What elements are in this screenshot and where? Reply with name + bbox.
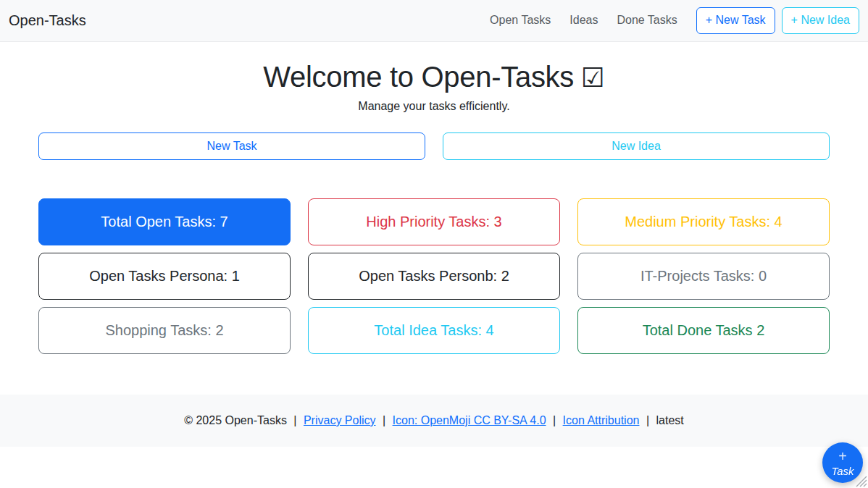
- stat-card-high-priority-tasks[interactable]: High Priority Tasks: 3: [308, 198, 560, 245]
- nav-link-done-tasks[interactable]: Done Tasks: [617, 14, 677, 27]
- page-title: Welcome to Open-Tasks☑: [0, 61, 868, 93]
- navbar-buttons: + New Task + New Idea: [696, 7, 859, 33]
- nav-link-open-tasks[interactable]: Open Tasks: [490, 14, 551, 27]
- stat-card-shopping-tasks[interactable]: Shopping Tasks: 2: [38, 307, 291, 354]
- page-title-text: Welcome to Open-Tasks: [263, 61, 574, 93]
- nav-links: Open Tasks Ideas Done Tasks: [490, 14, 677, 27]
- main-content: New Task New Idea Total Open Tasks: 7 Hi…: [38, 132, 830, 354]
- stat-card-it-projects-tasks[interactable]: IT-Projects Tasks: 0: [577, 253, 830, 300]
- quick-actions: New Task New Idea: [38, 132, 830, 160]
- stat-card-open-tasks-persona[interactable]: Open Tasks Persona: 1: [38, 253, 291, 300]
- footer-separator: |: [646, 414, 649, 426]
- top-navbar: Open-Tasks Open Tasks Ideas Done Tasks +…: [0, 0, 868, 42]
- navbar-right: Open Tasks Ideas Done Tasks + New Task +…: [490, 7, 859, 33]
- new-task-action-button[interactable]: New Task: [38, 132, 425, 160]
- icon-attribution-link[interactable]: Icon Attribution: [563, 414, 640, 426]
- resize-grip-icon[interactable]: [854, 474, 867, 487]
- page-subtitle: Manage your tasks efficiently.: [0, 100, 868, 113]
- plus-icon: +: [838, 449, 847, 463]
- privacy-policy-link[interactable]: Privacy Policy: [304, 414, 376, 426]
- stats-grid: Total Open Tasks: 7 High Priority Tasks:…: [38, 198, 830, 354]
- new-idea-button[interactable]: + New Idea: [782, 7, 859, 33]
- version-text: latest: [656, 414, 684, 426]
- hero-section: Welcome to Open-Tasks☑ Manage your tasks…: [0, 61, 868, 113]
- stat-card-medium-priority-tasks[interactable]: Medium Priority Tasks: 4: [577, 198, 830, 245]
- stat-card-open-tasks-personb[interactable]: Open Tasks Personb: 2: [308, 253, 560, 300]
- footer-separator: |: [383, 414, 385, 426]
- stat-card-total-idea-tasks[interactable]: Total Idea Tasks: 4: [308, 307, 560, 354]
- nav-link-ideas[interactable]: Ideas: [569, 14, 598, 27]
- new-task-button[interactable]: + New Task: [696, 7, 775, 33]
- copyright-text: © 2025 Open-Tasks: [184, 414, 287, 426]
- footer: © 2025 Open-Tasks | Privacy Policy | Ico…: [0, 395, 868, 447]
- bottom-whitespace: [0, 447, 868, 486]
- new-idea-action-button[interactable]: New Idea: [443, 132, 830, 160]
- fab-task-label: Task: [831, 466, 854, 476]
- footer-separator: |: [553, 414, 556, 426]
- footer-separator: |: [293, 414, 296, 426]
- app-brand[interactable]: Open-Tasks: [9, 12, 86, 29]
- checkbox-icon: ☑: [581, 63, 605, 93]
- stat-card-total-open-tasks[interactable]: Total Open Tasks: 7: [38, 198, 291, 245]
- stat-card-total-done-tasks[interactable]: Total Done Tasks 2: [577, 307, 830, 354]
- openmoji-license-link[interactable]: Icon: OpenMoji CC BY-SA 4.0: [393, 414, 546, 426]
